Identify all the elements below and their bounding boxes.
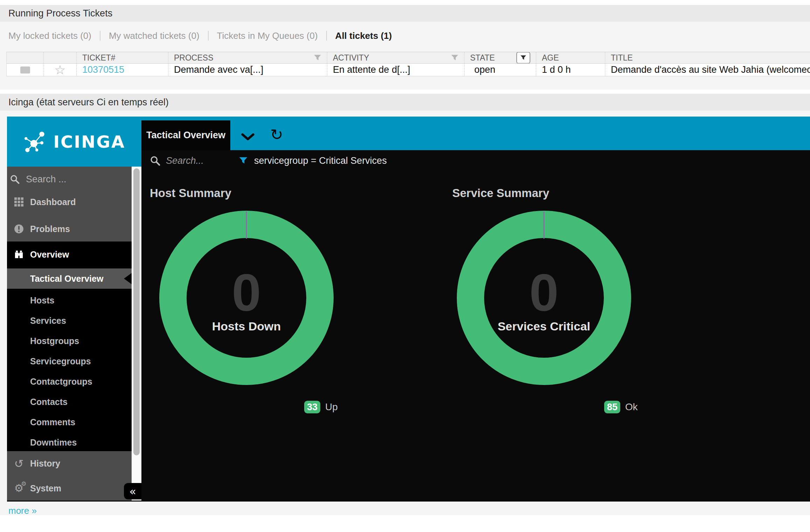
chevron-down-icon[interactable] [241, 133, 255, 141]
hosts-down-count: 0 [159, 266, 334, 319]
services-ok-badge[interactable]: 85 [604, 401, 620, 413]
services-ok-badge-label: Ok [625, 401, 638, 413]
sidebar-item-contacts[interactable]: Contacts [7, 392, 132, 412]
header-process[interactable]: PROCESS [168, 52, 327, 63]
tab-tickets-in-my-queues[interactable]: Tickets in My Queues (0) [217, 30, 318, 41]
header-age[interactable]: AGE [536, 52, 605, 63]
hosts-up-badge-label: Up [325, 401, 338, 413]
ticket-row[interactable]: ☆ 10370515 Demande avec va[...] En atten… [6, 64, 810, 76]
scrollbar-thumb[interactable] [133, 168, 140, 455]
hosts-down-label: Hosts Down [159, 320, 334, 333]
gear-icon: ⚙⚙ [13, 483, 25, 493]
header-watch-column[interactable] [43, 52, 76, 63]
ticket-widget-body: My locked tickets (0) My watched tickets… [0, 22, 810, 90]
header-state[interactable]: STATE [464, 52, 536, 63]
exclamation-circle-icon [13, 224, 25, 234]
ticket-activity: En attente de d[...] [327, 64, 464, 76]
header-ticket-number[interactable]: TICKET# [76, 52, 168, 63]
ticket-age: 1 d 0 h [536, 64, 605, 76]
filter-icon-process[interactable] [314, 54, 321, 62]
header-title[interactable]: TITLE [605, 52, 810, 63]
filter-icon-activity[interactable] [451, 54, 459, 62]
service-summary-donut[interactable]: 0 Services Critical [456, 210, 631, 385]
sidebar-item-contactgroups[interactable]: Contactgroups [7, 371, 132, 392]
sidebar-item-tactical-overview[interactable]: Tactical Overview [7, 268, 132, 289]
icinga-app: ICINGA Tactical Overview ↻ Search... ser… [7, 117, 810, 502]
service-summary-heading: Service Summary [452, 187, 549, 200]
search-icon [150, 155, 160, 166]
page: Running Process Tickets My locked ticket… [0, 0, 810, 532]
sidebar-item-hostgroups[interactable]: Hostgroups [7, 331, 132, 351]
tab-all-tickets[interactable]: All tickets (1) [335, 30, 392, 41]
host-summary-heading: Host Summary [150, 187, 231, 200]
sidebar-item-comments[interactable]: Comments [7, 412, 132, 432]
tab-separator [208, 31, 209, 41]
dashboard-icon [13, 197, 25, 206]
icinga-logo-icon [23, 129, 48, 154]
sidebar-item-overview[interactable]: Overview [7, 244, 132, 265]
header-select-column[interactable] [6, 52, 43, 63]
sidebar-section-overview: Overview Tactical Overview Hosts Service… [7, 241, 132, 451]
tab-separator [100, 31, 100, 41]
tab-separator [326, 31, 327, 41]
selected-item-arrow [124, 273, 132, 284]
tab-my-locked-tickets[interactable]: My locked tickets (0) [8, 30, 91, 41]
refresh-icon[interactable]: ↻ [270, 127, 283, 142]
sidebar-item-services[interactable]: Services [7, 310, 132, 331]
host-summary-donut[interactable]: 0 Hosts Down [159, 210, 334, 385]
ticket-number-link[interactable]: 10370515 [82, 64, 124, 75]
ticket-state: open [464, 64, 536, 76]
services-critical-count: 0 [456, 266, 631, 319]
content-search-input[interactable]: Search... [166, 155, 217, 166]
icinga-widget-title: Icinga (état serveurs Ci en temps réel) [8, 97, 169, 108]
sidebar-search-input[interactable]: Search ... [26, 174, 67, 185]
search-icon [10, 174, 20, 184]
icinga-widget-body: ICINGA Tactical Overview ↻ Search... ser… [0, 111, 810, 515]
sidebar-search[interactable]: Search ... [7, 170, 132, 188]
star-icon[interactable]: ☆ [54, 64, 65, 76]
ticket-filter-tabs: My locked tickets (0) My watched tickets… [8, 30, 392, 41]
sidebar-item-servicegroups[interactable]: Servicegroups [7, 351, 132, 371]
active-filter-text[interactable]: servicegroup = Critical Services [254, 155, 387, 166]
icinga-widget-titlebar: Icinga (état serveurs Ci en temps réel) [0, 94, 810, 111]
tab-my-watched-tickets[interactable]: My watched tickets (0) [109, 30, 200, 41]
history-icon: ↺ [13, 458, 25, 469]
services-critical-label: Services Critical [456, 320, 631, 333]
header-activity[interactable]: ACTIVITY [327, 52, 464, 63]
icinga-logo-text: ICINGA [53, 132, 125, 152]
filter-icon-state [520, 55, 526, 61]
sidebar-item-downtimes[interactable]: Downtimes [7, 432, 132, 453]
sidebar: Search ... Dashboard [7, 167, 132, 500]
ticket-title: Demande d'accès au site Web Jahia (welco… [605, 64, 810, 76]
sidebar-item-hosts[interactable]: Hosts [7, 290, 132, 310]
sidebar-item-dashboard[interactable]: Dashboard [7, 192, 132, 212]
ticket-table-header: TICKET# PROCESS ACTIVITY STATE [6, 52, 810, 64]
tab-tactical-overview-active[interactable]: Tactical Overview [141, 120, 230, 150]
ticket-table: TICKET# PROCESS ACTIVITY STATE [6, 52, 810, 76]
ticket-widget-title: Running Process Tickets [8, 8, 112, 19]
more-link[interactable]: more » [8, 505, 37, 516]
sidebar-item-history[interactable]: ↺ History [7, 451, 132, 476]
ticket-process: Demande avec va[...] [168, 64, 327, 76]
sidebar-item-problems[interactable]: Problems [7, 219, 132, 239]
content-search-row: Search... servicegroup = Critical Servic… [150, 154, 387, 168]
binoculars-icon [13, 250, 25, 259]
sidebar-scrollbar [132, 167, 141, 500]
ticket-widget-titlebar: Running Process Tickets [0, 5, 810, 22]
filter-active-button-state[interactable] [516, 52, 530, 63]
hosts-up-badge[interactable]: 33 [304, 401, 320, 413]
filter-icon[interactable] [239, 156, 248, 165]
icinga-logo[interactable]: ICINGA [7, 117, 141, 167]
ticket-checkbox[interactable] [20, 66, 30, 74]
sidebar-item-system[interactable]: ⚙⚙ System [7, 476, 132, 500]
collapse-sidebar-button[interactable]: « [124, 483, 141, 499]
